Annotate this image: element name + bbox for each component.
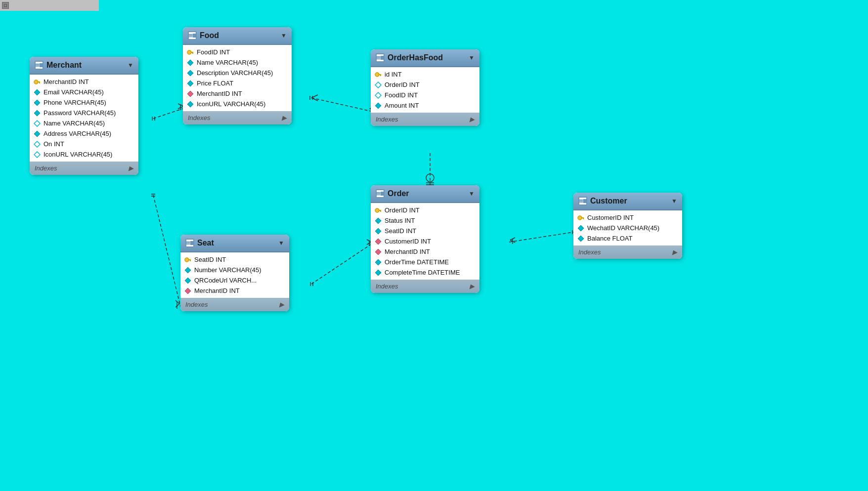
table-row: FoodID INT xyxy=(183,47,292,57)
svg-marker-57 xyxy=(187,81,193,86)
svg-marker-48 xyxy=(34,152,40,158)
field-icon-cyan xyxy=(375,102,382,109)
table-row: OrderTime DATETIME xyxy=(371,257,479,267)
svg-rect-90 xyxy=(579,200,583,201)
svg-rect-81 xyxy=(186,242,190,243)
svg-line-1 xyxy=(311,95,318,98)
table-order-header[interactable]: Order ▼ xyxy=(371,185,479,203)
table-icon xyxy=(578,197,587,205)
table-row: id INT xyxy=(371,69,479,80)
indexes-arrow[interactable]: ▶ xyxy=(470,283,475,290)
svg-rect-69 xyxy=(377,192,381,193)
table-row: Balance FLOAT xyxy=(573,233,682,244)
svg-rect-49 xyxy=(189,34,193,35)
field-icon-cyan xyxy=(187,80,194,87)
svg-marker-67 xyxy=(375,92,381,98)
table-seat-header[interactable]: Seat ▼ xyxy=(180,235,289,252)
table-food-header[interactable]: Food ▼ xyxy=(183,27,292,45)
field-icon-pink xyxy=(375,248,382,255)
table-food-footer[interactable]: Indexes ▶ xyxy=(183,111,292,124)
table-row: MerchantID INT xyxy=(183,88,292,99)
table-food-dropdown[interactable]: ▼ xyxy=(281,32,287,39)
field-icon-cyan xyxy=(34,130,41,137)
table-seat-footer[interactable]: Indexes ▶ xyxy=(180,298,289,311)
table-seat-dropdown[interactable]: ▼ xyxy=(278,240,284,246)
indexes-arrow[interactable]: ▶ xyxy=(672,248,677,256)
field-text: MerchantID INT xyxy=(43,78,89,85)
table-order-dropdown[interactable]: ▼ xyxy=(469,190,475,197)
svg-point-93 xyxy=(578,216,582,220)
svg-rect-41 xyxy=(39,82,40,83)
svg-marker-77 xyxy=(375,239,381,245)
table-row: CompleteTime DATETIME xyxy=(371,267,479,278)
indexes-arrow[interactable]: ▶ xyxy=(470,116,475,123)
field-icon-cyan xyxy=(34,110,41,117)
indexes-arrow[interactable]: ▶ xyxy=(129,164,133,172)
table-customer-footer[interactable]: Indexes ▶ xyxy=(573,246,682,259)
svg-marker-96 xyxy=(578,225,584,231)
svg-line-24 xyxy=(311,245,371,284)
svg-point-72 xyxy=(375,208,379,212)
indexes-label: Indexes xyxy=(35,164,57,172)
svg-rect-51 xyxy=(189,37,193,37)
table-customer-body: CustomerID INT WechatID VARCHAR(45) Bala… xyxy=(573,210,682,246)
svg-rect-70 xyxy=(377,193,381,194)
field-icon-outline xyxy=(375,92,382,99)
indexes-arrow[interactable]: ▶ xyxy=(282,114,287,122)
svg-marker-44 xyxy=(34,110,40,116)
svg-rect-95 xyxy=(583,218,584,219)
window-close-button[interactable]: □ xyxy=(2,2,9,9)
field-text: Price FLOAT xyxy=(197,80,233,87)
table-merchant-dropdown[interactable]: ▼ xyxy=(128,62,133,69)
svg-rect-53 xyxy=(191,52,193,53)
table-customer-header[interactable]: Customer ▼ xyxy=(573,193,682,210)
table-seat: Seat ▼ SeatID INT Number VARCHAR(45) QRC… xyxy=(180,235,289,311)
svg-line-31 xyxy=(510,238,515,240)
svg-rect-38 xyxy=(36,66,40,67)
svg-line-8 xyxy=(153,109,183,119)
svg-rect-85 xyxy=(188,259,191,260)
table-row: MerchantID INT xyxy=(180,286,289,296)
table-merchant-body: MerchantID INT Email VARCHAR(45) Phone V… xyxy=(30,75,138,162)
table-order: Order ▼ OrderID INT Status INT SeatID IN… xyxy=(371,185,479,293)
table-row: Phone VARCHAR(45) xyxy=(30,97,138,108)
svg-line-17 xyxy=(175,300,179,304)
svg-marker-43 xyxy=(34,100,40,106)
table-orderhasfood-title: OrderHasFood xyxy=(388,53,466,62)
field-icon-key xyxy=(34,79,41,85)
table-orderhasfood-footer[interactable]: Indexes ▶ xyxy=(371,113,479,126)
table-row: Amount INT xyxy=(371,100,479,111)
svg-marker-87 xyxy=(185,267,191,273)
table-icon xyxy=(376,189,385,198)
field-icon-cyan xyxy=(34,99,41,106)
table-merchant-footer[interactable]: Indexes ▶ xyxy=(30,162,138,175)
svg-rect-82 xyxy=(186,243,190,244)
field-icon-cyan xyxy=(375,269,382,276)
table-customer-dropdown[interactable]: ▼ xyxy=(671,198,677,205)
field-icon-pink xyxy=(375,238,382,245)
table-row: IconURL VARCHAR(45) xyxy=(30,149,138,160)
table-orderhasfood-header[interactable]: OrderHasFood ▼ xyxy=(371,49,479,67)
indexes-arrow[interactable]: ▶ xyxy=(279,301,284,308)
table-merchant-header[interactable]: Merchant ▼ xyxy=(30,57,138,75)
table-row: QRCodeUrl VARCH... xyxy=(180,275,289,286)
table-orderhasfood-dropdown[interactable]: ▼ xyxy=(469,54,475,61)
table-food: Food ▼ FoodID INT Name VARCHAR(45) Descr… xyxy=(183,27,292,124)
svg-rect-62 xyxy=(377,59,381,59)
table-row: Name VARCHAR(45) xyxy=(183,57,292,68)
svg-marker-97 xyxy=(578,236,584,242)
svg-rect-64 xyxy=(379,74,381,75)
field-text: id INT xyxy=(385,71,402,78)
svg-marker-75 xyxy=(375,218,381,224)
field-icon-cyan xyxy=(34,89,41,96)
table-merchant: Merchant ▼ MerchantID INT Email VARCHAR(… xyxy=(30,57,138,175)
table-icon xyxy=(188,31,197,40)
svg-marker-79 xyxy=(375,259,381,265)
table-food-title: Food xyxy=(200,31,278,40)
svg-rect-37 xyxy=(36,65,40,66)
table-row: IconURL VARCHAR(45) xyxy=(183,99,292,109)
table-row: Status INT xyxy=(371,215,479,226)
svg-rect-60 xyxy=(377,56,381,57)
table-row: Description VARCHAR(45) xyxy=(183,68,292,78)
table-order-footer[interactable]: Indexes ▶ xyxy=(371,280,479,293)
